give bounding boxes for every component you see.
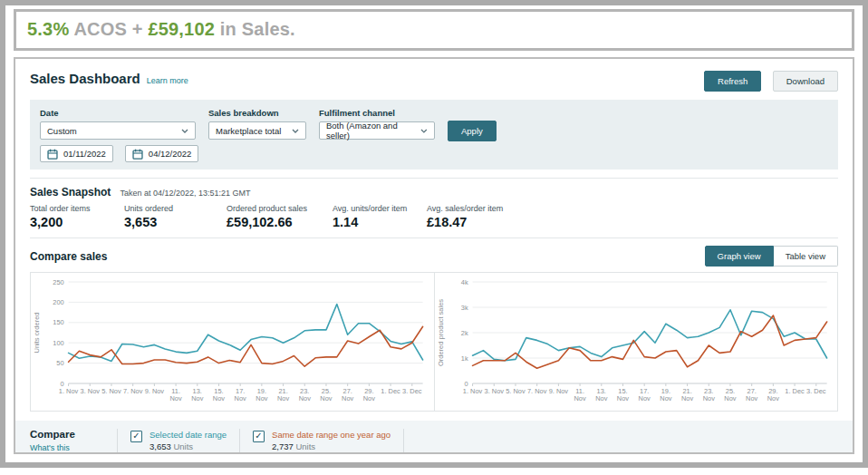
date-from-value: 01/11/2022 <box>63 149 106 159</box>
y-tick-label: 2k <box>460 329 468 337</box>
date-to-input[interactable]: 04/12/2022 <box>125 145 199 162</box>
sales-value: £59,102 <box>148 19 215 39</box>
stat-ordered-product-sales: Ordered product sales £59,102.66 <box>227 204 333 229</box>
compare-title: Compare <box>30 429 117 440</box>
chevron-down-icon <box>181 129 188 133</box>
series-line <box>472 315 826 368</box>
sales-snapshot-header: Sales Snapshot Taken at 04/12/2022, 13:5… <box>30 178 838 199</box>
header-actions: Refresh Download <box>704 71 838 92</box>
x-tick-label: 7. Nov <box>526 387 546 395</box>
y-tick-label: 3k <box>460 304 468 312</box>
x-tick-label: Nov <box>213 394 225 402</box>
series-line <box>69 326 423 366</box>
channel-select[interactable]: Both (Amazon and seller) <box>319 121 435 140</box>
snapshot-stats-row: Total order items 3,200 Units ordered 3,… <box>30 204 838 238</box>
x-tick-label: Nov <box>299 394 311 402</box>
graph-view-button[interactable]: Graph view <box>705 246 774 267</box>
channel-value: Both (Amazon and seller) <box>326 121 420 141</box>
x-tick-label: Nov <box>595 394 607 402</box>
filter-panel: Date Custom 01/11/2022 04/12/2022 <box>30 100 838 170</box>
x-tick-label: Nov <box>235 394 246 402</box>
date-range-select[interactable]: Custom <box>40 121 196 140</box>
chevron-down-icon <box>420 129 428 133</box>
compare-item-text: Selected date range 3,653 Units £59,102.… <box>149 430 227 454</box>
stat-value: 3,200 <box>30 215 124 229</box>
whats-this-link[interactable]: What's this <box>30 443 117 452</box>
stat-units-ordered: Units ordered 3,653 <box>124 204 227 229</box>
y-tick-label: 4k <box>460 278 468 286</box>
date-filter-label: Date <box>40 108 196 118</box>
selected-range-label: Selected date range <box>149 430 227 440</box>
sales-snapshot-title: Sales Snapshot <box>30 186 111 199</box>
x-tick-label: 5. Nov <box>506 387 526 395</box>
compare-item-year-ago: ✓ Same date range one year ago 2,737 Uni… <box>240 429 403 454</box>
x-tick-label: Nov <box>574 394 585 402</box>
table-view-button[interactable]: Table view <box>774 246 838 267</box>
sales-dashboard-panel: Sales Dashboard Learn more Refresh Downl… <box>14 57 854 454</box>
ordered-product-sales-chart-panel: 01k2k3k4k1. Nov3. Nov5. Nov7. Nov9. Nov1… <box>434 273 838 411</box>
date-from-input[interactable]: 01/11/2022 <box>40 145 113 162</box>
compare-item-text: Same date range one year ago 2,737 Units… <box>272 430 391 454</box>
compare-sales-header: Compare sales Graph view Table view <box>30 246 838 267</box>
x-tick-label: Nov <box>702 394 714 402</box>
title-wrap: Sales Dashboard Learn more <box>30 71 188 86</box>
stat-value: £18.47 <box>427 215 503 229</box>
x-tick-label: 1. Nov <box>462 387 482 395</box>
y-tick-label: 50 <box>56 359 63 367</box>
x-tick-label: Nov <box>320 394 332 402</box>
units-suffix: Units <box>171 441 193 451</box>
x-tick-label: Nov <box>363 394 375 402</box>
stat-value: 1.14 <box>333 215 427 229</box>
date-filter: Date Custom 01/11/2022 04/12/2022 <box>40 105 196 162</box>
acos-value: 5.3% <box>27 19 69 39</box>
year-ago-label: Same date range one year ago <box>272 430 391 440</box>
y-tick-label: 100 <box>53 339 63 347</box>
stat-total-order-items: Total order items 3,200 <box>30 204 124 229</box>
compare-footer-intro: Compare What's this <box>30 429 117 454</box>
x-tick-label: Nov <box>767 394 778 402</box>
screenshot-frame: 5.3% ACOS + £59,102 in Sales. Sales Dash… <box>0 0 868 468</box>
compare-sales-title: Compare sales <box>30 250 107 263</box>
chevron-down-icon <box>292 129 299 133</box>
x-tick-label: 3. Dec <box>806 387 826 395</box>
stat-label: Avg. units/order item <box>333 204 427 213</box>
x-tick-label: 1. Dec <box>785 387 805 395</box>
stat-label: Units ordered <box>124 204 227 213</box>
divider <box>403 429 404 454</box>
headline-box: 5.3% ACOS + £59,102 in Sales. <box>14 9 854 51</box>
x-tick-label: Nov <box>724 394 736 402</box>
x-tick-label: 9. Nov <box>548 387 568 395</box>
x-tick-label: 3. Nov <box>81 387 101 395</box>
ordered-product-sales-chart: 01k2k3k4k1. Nov3. Nov5. Nov7. Nov9. Nov1… <box>435 273 838 411</box>
acos-label: ACOS + <box>69 19 148 39</box>
breakdown-select[interactable]: Marketplace total <box>208 121 306 140</box>
x-tick-label: Nov <box>680 394 692 402</box>
dashboard-header: Sales Dashboard Learn more Refresh Downl… <box>15 59 853 100</box>
breakdown-filter: Sales breakdown Marketplace total <box>208 105 306 140</box>
refresh-button[interactable]: Refresh <box>704 71 761 92</box>
y-axis-label: Units ordered <box>33 313 41 354</box>
download-button[interactable]: Download <box>773 71 838 92</box>
year-ago-checkbox[interactable]: ✓ <box>253 431 265 442</box>
x-tick-label: Nov <box>638 394 650 402</box>
units-ordered-chart: 0501001502002501. Nov3. Nov5. Nov7. Nov9… <box>31 273 434 411</box>
stat-label: Ordered product sales <box>227 204 333 213</box>
selected-range-checkbox[interactable]: ✓ <box>130 431 142 442</box>
x-tick-label: Nov <box>342 394 353 402</box>
calendar-icon <box>47 149 58 160</box>
compare-item-selected-range: ✓ Selected date range 3,653 Units £59,10… <box>118 429 239 454</box>
channel-filter-label: Fulfilment channel <box>319 108 435 118</box>
breakdown-value: Marketplace total <box>216 126 281 136</box>
x-tick-label: 7. Nov <box>123 387 143 395</box>
y-tick-label: 150 <box>53 318 63 326</box>
units-suffix: Units <box>294 441 315 451</box>
x-tick-label: Nov <box>660 394 671 402</box>
learn-more-link[interactable]: Learn more <box>147 76 188 85</box>
y-axis-label: Ordered product sales <box>436 299 444 366</box>
apply-button[interactable]: Apply <box>448 121 497 141</box>
x-tick-label: 1. Dec <box>381 387 400 395</box>
stat-value: 3,653 <box>124 215 227 229</box>
sales-suffix: in Sales. <box>215 19 295 39</box>
x-tick-label: 3. Nov <box>484 387 504 395</box>
snapshot-timestamp: Taken at 04/12/2022, 13:51:21 GMT <box>120 189 250 198</box>
